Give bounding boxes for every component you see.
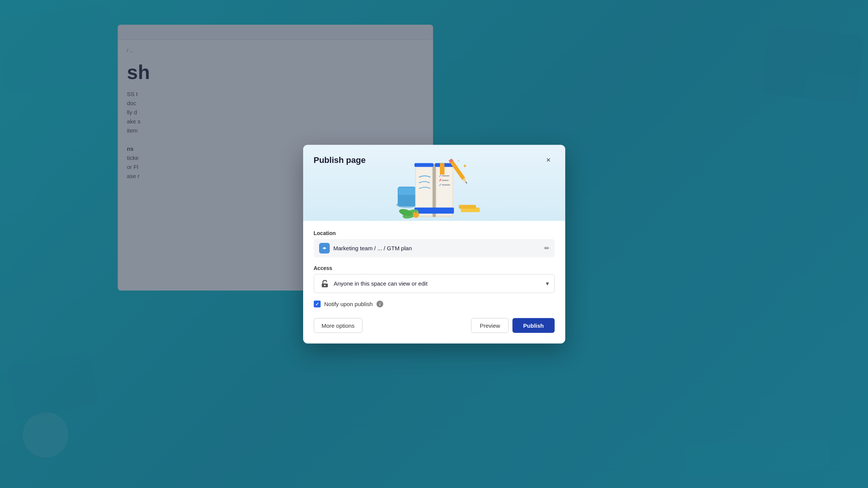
- dialog-body: Location Marketing team / ... / GTM plan…: [303, 221, 565, 343]
- location-field[interactable]: Marketing team / ... / GTM plan ✏: [314, 239, 555, 257]
- checkmark-icon: ✓: [315, 301, 319, 306]
- preview-button[interactable]: Preview: [471, 318, 509, 333]
- svg-point-32: [324, 284, 326, 286]
- svg-text:✗: ✗: [439, 178, 442, 182]
- space-icon: [319, 243, 330, 253]
- dialog-actions: More options Preview Publish: [314, 318, 555, 333]
- publish-button[interactable]: Publish: [512, 318, 554, 333]
- svg-rect-2: [398, 187, 415, 195]
- notify-checkbox[interactable]: ✓: [314, 300, 321, 307]
- chevron-down-icon: ▾: [546, 280, 549, 287]
- lock-icon: [319, 278, 330, 289]
- notify-row: ✓ Notify upon publish i: [314, 300, 555, 307]
- notify-label: Notify upon publish: [324, 301, 373, 307]
- svg-rect-11: [442, 180, 449, 181]
- more-options-button[interactable]: More options: [314, 318, 363, 333]
- primary-actions: Preview Publish: [471, 318, 555, 333]
- access-dropdown[interactable]: Anyone in this space can view or edit ▾: [314, 274, 555, 293]
- publish-dialog: ✓ ✗ ✓ ✦ ✦: [303, 145, 565, 343]
- close-button[interactable]: ×: [542, 154, 555, 166]
- edit-icon[interactable]: ✏: [544, 245, 549, 252]
- access-label: Access: [314, 265, 555, 271]
- info-icon[interactable]: i: [376, 300, 383, 307]
- location-label: Location: [314, 230, 555, 236]
- svg-rect-24: [459, 205, 476, 208]
- svg-rect-7: [414, 207, 454, 213]
- svg-point-30: [323, 247, 325, 249]
- dialog-title: Publish page: [314, 155, 366, 165]
- svg-rect-10: [442, 175, 449, 176]
- svg-rect-12: [442, 184, 450, 185]
- access-value: Anyone in this space can view or edit: [334, 280, 542, 287]
- location-path: Marketing team / ... / GTM plan: [334, 245, 541, 251]
- svg-text:✓: ✓: [439, 182, 442, 186]
- dialog-header: Publish page ×: [303, 145, 565, 166]
